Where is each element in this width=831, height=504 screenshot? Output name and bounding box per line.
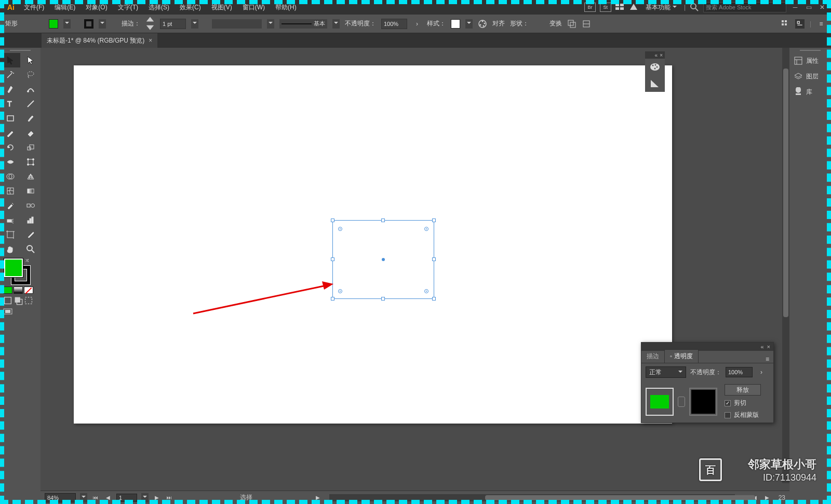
graph-tool[interactable] bbox=[20, 213, 41, 227]
artboard-dropdown[interactable] bbox=[141, 493, 149, 502]
window-close-icon[interactable]: ✕ bbox=[817, 4, 827, 11]
corner-widget-bl[interactable] bbox=[338, 289, 342, 293]
bridge-icon[interactable]: Br bbox=[584, 3, 596, 12]
resize-handle-bm[interactable] bbox=[381, 297, 385, 301]
collapsed-panel-group[interactable]: « × bbox=[645, 51, 665, 92]
fill-indicator[interactable] bbox=[4, 258, 23, 277]
window-restore-icon[interactable]: ▭ bbox=[804, 4, 813, 11]
opacity-thumb[interactable] bbox=[646, 388, 674, 416]
mesh-tool[interactable] bbox=[0, 184, 20, 198]
gpu-icon[interactable] bbox=[629, 3, 638, 12]
resize-handle-tl[interactable] bbox=[331, 219, 334, 222]
corner-widget-br[interactable] bbox=[424, 289, 428, 293]
line-tool[interactable] bbox=[20, 97, 41, 111]
shape-builder-tool[interactable] bbox=[0, 169, 20, 184]
zoom-input[interactable]: 84% bbox=[45, 493, 76, 502]
panel-collapse-icon[interactable]: « bbox=[760, 344, 763, 350]
horizontal-scrollbar[interactable] bbox=[329, 494, 743, 501]
resize-handle-mr[interactable] bbox=[432, 257, 436, 261]
collapse-icon[interactable]: « bbox=[655, 52, 658, 58]
vertical-scrollbar[interactable] bbox=[782, 48, 789, 483]
scrollbar-thumb[interactable] bbox=[783, 69, 788, 317]
stroke-weight-stepper[interactable] bbox=[145, 19, 155, 29]
fill-dropdown[interactable] bbox=[63, 19, 71, 29]
properties-panel-tab[interactable]: 属性 bbox=[789, 53, 831, 69]
align-label[interactable]: 对齐 bbox=[492, 19, 505, 28]
stock-search-input[interactable]: 搜索 Adobe Stock bbox=[703, 2, 786, 12]
fill-swatch[interactable] bbox=[49, 19, 58, 29]
align-pixel-icon[interactable] bbox=[781, 19, 790, 29]
symbol-sprayer-tool[interactable] bbox=[0, 213, 20, 227]
artboard-tool[interactable] bbox=[0, 227, 20, 242]
selection-tool[interactable] bbox=[0, 53, 20, 67]
prev-artboard-button[interactable]: ◀ bbox=[104, 494, 112, 502]
resize-handle-tr[interactable] bbox=[432, 219, 436, 222]
draw-normal-icon[interactable] bbox=[3, 296, 12, 305]
hand-tool[interactable] bbox=[0, 242, 20, 256]
rotate-tool[interactable] bbox=[0, 140, 20, 155]
corner-widget-tl[interactable] bbox=[338, 227, 342, 231]
draw-behind-icon[interactable] bbox=[14, 296, 23, 305]
swap-fill-stroke-icon[interactable]: ⤭ bbox=[25, 257, 29, 263]
resize-handle-bl[interactable] bbox=[331, 297, 334, 301]
artboard-number-input[interactable]: 1 bbox=[116, 494, 137, 502]
transparency-tab[interactable]: ◦ 透明度 bbox=[664, 349, 699, 363]
width-tool[interactable] bbox=[0, 155, 20, 169]
stroke-tab[interactable]: 描边 bbox=[641, 350, 664, 363]
color-panel-icon[interactable] bbox=[645, 59, 665, 75]
isolate2-icon[interactable] bbox=[582, 19, 591, 29]
fill-stroke-indicator[interactable]: ⤭ bbox=[0, 256, 41, 285]
type-tool[interactable]: T bbox=[0, 97, 20, 111]
menu-type[interactable]: 文字(T) bbox=[113, 0, 143, 15]
transform-label[interactable]: 变换 bbox=[549, 19, 562, 28]
clip-checkbox[interactable]: 剪切 bbox=[725, 399, 761, 407]
gradient-tool[interactable] bbox=[20, 184, 41, 198]
stroke-dropdown[interactable] bbox=[99, 19, 106, 29]
pen-tool[interactable] bbox=[0, 82, 20, 97]
perspective-tool[interactable] bbox=[20, 169, 41, 184]
workspace-switcher[interactable]: 基本功能 bbox=[642, 3, 680, 12]
stroke-weight-dropdown[interactable] bbox=[191, 19, 198, 29]
resize-handle-ml[interactable] bbox=[331, 257, 334, 261]
arrange-docs-icon[interactable] bbox=[615, 4, 625, 11]
artboard[interactable] bbox=[74, 65, 672, 424]
graphic-style-dropdown[interactable] bbox=[465, 19, 473, 29]
first-artboard-button[interactable]: ⏮ bbox=[91, 494, 100, 502]
variable-width-profile[interactable] bbox=[212, 19, 262, 29]
selected-rectangle[interactable] bbox=[332, 220, 434, 299]
eraser-tool[interactable] bbox=[20, 126, 41, 140]
mask-thumb[interactable] bbox=[689, 388, 717, 416]
swatches-panel-icon[interactable] bbox=[645, 75, 665, 92]
stroke-swatch[interactable] bbox=[84, 19, 93, 29]
panel-menu-icon[interactable]: ≡ bbox=[816, 19, 826, 29]
window-minimize-icon[interactable]: ─ bbox=[790, 4, 800, 11]
libraries-panel-tab[interactable]: 库 bbox=[789, 84, 831, 100]
scale-tool[interactable] bbox=[20, 140, 41, 155]
stock-icon[interactable]: St bbox=[600, 3, 611, 12]
layers-panel-tab[interactable]: 图层 bbox=[789, 69, 831, 84]
brush-dropdown[interactable] bbox=[332, 19, 340, 29]
color-mode-none[interactable] bbox=[24, 287, 33, 294]
blend-mode-dropdown[interactable]: 正常 bbox=[646, 366, 686, 378]
curvature-tool[interactable] bbox=[20, 82, 41, 97]
opacity-expand-icon[interactable]: › bbox=[757, 367, 766, 377]
scroll-right-button[interactable]: ▶ bbox=[763, 494, 771, 502]
menu-view[interactable]: 视图(V) bbox=[206, 0, 237, 15]
release-mask-button[interactable]: 释放 bbox=[725, 384, 761, 396]
blend-tool[interactable] bbox=[20, 198, 41, 213]
resize-handle-tm[interactable] bbox=[381, 219, 385, 222]
direct-selection-tool[interactable] bbox=[20, 53, 41, 67]
isolate-icon[interactable] bbox=[567, 19, 577, 29]
stroke-weight-input[interactable] bbox=[160, 19, 186, 29]
invert-checkbox[interactable]: 反相蒙版 bbox=[725, 411, 761, 419]
menu-object[interactable]: 对象(O) bbox=[81, 0, 112, 15]
draw-inside-icon[interactable] bbox=[24, 296, 33, 305]
zoom-tool[interactable] bbox=[20, 242, 41, 256]
menu-file[interactable]: 文件(F) bbox=[19, 0, 49, 15]
menu-help[interactable]: 帮助(H) bbox=[270, 0, 302, 15]
color-mode-gradient[interactable] bbox=[14, 287, 23, 294]
magic-wand-tool[interactable] bbox=[0, 67, 20, 82]
document-tab-close[interactable]: × bbox=[149, 37, 152, 44]
rectangle-tool[interactable] bbox=[0, 111, 20, 126]
next-artboard-button[interactable]: ▶ bbox=[153, 494, 161, 502]
